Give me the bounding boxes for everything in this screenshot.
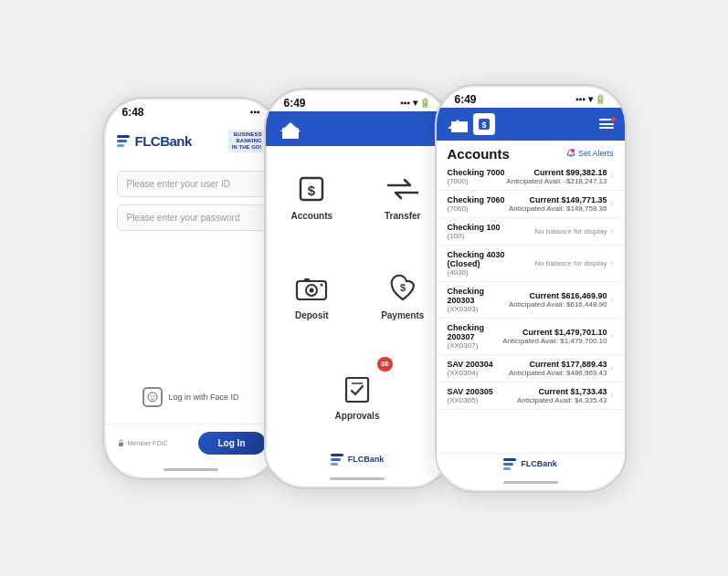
account-info: Checking 200303 (XX0303) xyxy=(448,287,510,313)
svg-rect-9 xyxy=(304,278,310,282)
chevron-icon: › xyxy=(611,199,614,208)
menu-item-accounts[interactable]: $ Accounts xyxy=(268,148,357,246)
balance-current: Current $177,889.43 xyxy=(509,360,607,369)
set-alerts-button[interactable]: Set Alerts xyxy=(566,149,614,159)
balance-anticipated: Anticipated Avail: $4,335.43 xyxy=(517,396,607,404)
chevron-icon: › xyxy=(611,363,614,372)
no-balance-label: No balance for display xyxy=(534,259,607,267)
account-balance: No balance for display xyxy=(534,227,607,236)
login-actions: Log in with Face ID xyxy=(104,387,279,424)
chevron-icon: › xyxy=(611,172,614,181)
svg-rect-12 xyxy=(346,378,368,402)
footer-logo-3: FLCBank xyxy=(503,458,557,470)
account-balance: Current $149,771.35 Anticipated Avail: $… xyxy=(509,195,607,213)
svg-point-0 xyxy=(148,393,157,402)
home-nav-icon-3[interactable] xyxy=(448,116,468,132)
footer-wave-b xyxy=(503,463,513,466)
footer-logo-text-3: FLCBank xyxy=(521,459,557,468)
account-number: (XX0307) xyxy=(448,341,503,350)
deposit-icon xyxy=(295,272,328,305)
status-icons-3: ▪▪▪ ▾ 🔋 xyxy=(575,94,606,104)
menu-screen: $ Accounts Transfer xyxy=(266,111,449,471)
password-input[interactable]: Please enter your password xyxy=(117,204,266,231)
accounts-nav-icon[interactable]: $ xyxy=(473,113,495,135)
account-info: Checking 200307 (XX0307) xyxy=(448,323,503,350)
footer-logo-text-2: FLCBank xyxy=(348,455,385,464)
nav-left-icons: $ xyxy=(448,113,495,135)
account-row[interactable]: SAV 200304 (XX0304) Current $177,889.43 … xyxy=(437,355,625,382)
logo-wave-3 xyxy=(117,144,124,147)
account-number: (XX0305) xyxy=(448,396,517,404)
svg-point-1 xyxy=(151,395,152,396)
scene: 6:48 ▪▪▪ FLCBank BUSINESSBANKINGIN THE G… xyxy=(0,0,728,576)
menu-item-transfer[interactable]: Transfer xyxy=(358,148,448,246)
login-screen: FLCBank BUSINESSBANKINGIN THE GO! Please… xyxy=(104,120,279,462)
phone-login: 6:48 ▪▪▪ FLCBank BUSINESSBANKINGIN THE G… xyxy=(102,97,280,480)
home-bar-1 xyxy=(104,462,279,478)
account-info: Checking 7000 (7000) xyxy=(448,168,507,185)
account-number: (4030) xyxy=(448,268,535,277)
approvals-icon xyxy=(341,372,374,405)
balance-current: Current $1,733.43 xyxy=(517,387,607,396)
username-input[interactable]: Please enter your user ID xyxy=(117,171,266,197)
account-name: Checking 7060 xyxy=(448,195,510,204)
home-bar-line-2 xyxy=(330,477,385,480)
time-3: 6:49 xyxy=(455,93,477,106)
logo-text: FLCBank xyxy=(135,133,192,149)
account-row[interactable]: SAV 200305 (XX0305) Current $1,733.43 An… xyxy=(437,382,625,410)
svg-text:$: $ xyxy=(308,183,316,198)
chevron-icon: › xyxy=(611,258,614,267)
svg-point-2 xyxy=(154,395,155,396)
footer-logo-waves-3 xyxy=(503,458,516,470)
face-id-button[interactable]: Log in with Face ID xyxy=(117,387,266,407)
chevron-icon: › xyxy=(611,331,614,340)
status-bar-1: 6:48 ▪▪▪ xyxy=(104,99,279,120)
login-button[interactable]: Log In xyxy=(198,432,266,455)
account-name: Checking 7000 xyxy=(448,168,507,177)
svg-point-10 xyxy=(321,284,323,287)
account-row[interactable]: Checking 200303 (XX0303) Current $616,46… xyxy=(437,282,625,319)
transfer-icon xyxy=(386,173,419,205)
home-nav-icon[interactable] xyxy=(279,119,302,139)
balance-anticipated: Anticipated Avail: -$218,247.13 xyxy=(506,177,607,185)
accounts-nav: $ xyxy=(437,108,625,141)
menu-item-approvals[interactable]: 38 Approvals xyxy=(268,348,448,446)
balance-anticipated: Anticipated Avail: $149,758.36 xyxy=(509,204,607,213)
account-info: Checking 100 (100) xyxy=(448,223,535,240)
footer-wave-c xyxy=(503,467,511,470)
phone-menu: 6:49 ▪▪▪ ▾ 🔋 $ Accounts xyxy=(264,88,451,489)
account-row[interactable]: Checking 200307 (XX0307) Current $1,479,… xyxy=(437,319,625,355)
menu-item-deposit[interactable]: Deposit xyxy=(268,247,357,346)
balance-anticipated: Anticipated Avail: $486,969.43 xyxy=(509,369,607,377)
footer-wave-a xyxy=(503,458,516,461)
footer-logo-2: FLCBank xyxy=(331,454,385,466)
account-balance: Current $177,889.43 Anticipated Avail: $… xyxy=(509,360,607,377)
account-number: (100) xyxy=(448,232,535,240)
account-row[interactable]: Checking 100 (100) No balance for displa… xyxy=(437,218,625,246)
hamburger-line-2 xyxy=(599,123,614,125)
deposit-label: Deposit xyxy=(295,310,329,320)
home-bar-line-3 xyxy=(503,481,558,484)
logo-waves xyxy=(117,135,130,147)
account-name: Checking 200307 xyxy=(448,323,503,341)
hamburger-line-3 xyxy=(599,127,614,129)
account-number: (XX0304) xyxy=(448,369,510,377)
account-number: (XX0303) xyxy=(448,305,510,313)
flcbank-logo: FLCBank xyxy=(117,133,192,149)
account-balance: Current $99,382.18 Anticipated Avail: -$… xyxy=(506,168,607,185)
lock-icon xyxy=(117,439,125,447)
status-bar-3: 6:49 ▪▪▪ ▾ 🔋 xyxy=(437,86,625,108)
account-row[interactable]: Checking 7060 (7060) Current $149,771.35… xyxy=(437,191,625,218)
menu-item-payments[interactable]: $ Payments xyxy=(358,247,448,346)
balance-current: Current $99,382.18 xyxy=(506,168,607,177)
login-header: FLCBank BUSINESSBANKINGIN THE GO! xyxy=(104,120,279,161)
account-row[interactable]: Checking 4030 (Closed) (4030) No balance… xyxy=(437,246,625,282)
fdic-badge: Member FDIC xyxy=(117,439,168,447)
account-name: Checking 4030 (Closed) xyxy=(448,250,535,268)
business-tag: BUSINESSBANKINGIN THE GO! xyxy=(228,130,266,153)
signal-icon: ▪▪▪ xyxy=(250,107,260,117)
menu-nav xyxy=(266,111,449,146)
account-row[interactable]: Checking 7000 (7000) Current $99,382.18 … xyxy=(437,163,625,191)
accounts-screen: $ Accounts xyxy=(437,108,625,475)
balance-anticipated: Anticipated Avail: $616,448.90 xyxy=(509,300,607,309)
